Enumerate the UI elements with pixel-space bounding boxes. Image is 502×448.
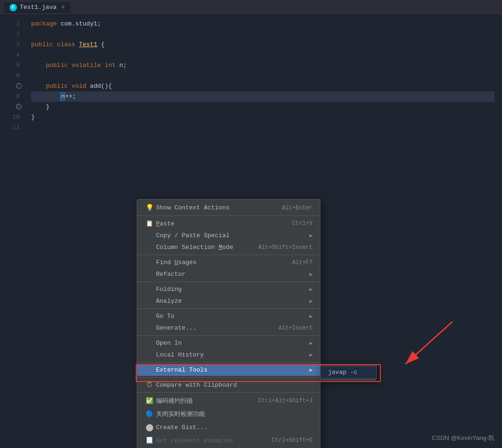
arrow-analyze: ▶ [309, 298, 313, 304]
separator-2 [137, 255, 320, 255]
code-line-4 [31, 50, 494, 60]
separator-3 [137, 282, 320, 282]
menu-item-analyze[interactable]: Analyze ▶ [137, 295, 320, 307]
paste-icon: 📋 [145, 220, 154, 227]
menu-label-get-examples: Get relevant examples [156, 437, 258, 444]
menu-shortcut-paste: Ctrl+V [292, 220, 313, 227]
arrow-folding: ▶ [309, 286, 313, 292]
menu-item-get-examples[interactable]: 📃 Get relevant examples Ctrl+Shift+O [137, 434, 320, 447]
menu-shortcut-code-scan: Ctrl+Alt+Shift+J [258, 398, 313, 404]
menu-shortcut-find-usages: Alt+F7 [292, 259, 313, 266]
context-menu: 💡 Show Context Actions Alt+Enter 📋 Paste… [137, 199, 321, 448]
menu-label-code-scan: 编码规约扫描 [156, 397, 244, 405]
code-line-11 [31, 123, 494, 133]
line-number-1: 1 [4, 19, 20, 29]
menu-item-paste[interactable]: 📋 Paste Ctrl+V [137, 217, 320, 230]
menu-label-column-selection: Column Selection Mode [156, 244, 244, 251]
tab-close-button[interactable]: × [61, 4, 65, 11]
line-numbers: 1 2 3 4 5 6 7 8 9 10 11 [0, 19, 24, 444]
menu-label-external-tools: External Tools [156, 366, 305, 373]
menu-label-create-gist: Create Gist... [156, 424, 313, 431]
arrow-external-tools: ▶ [309, 367, 313, 373]
menu-item-code-scan[interactable]: ✅ 编码规约扫描 Ctrl+Alt+Shift+J [137, 394, 320, 407]
line-number-3: 3 [4, 40, 20, 50]
separator-6 [137, 362, 320, 363]
title-bar: C Test1.java × [0, 0, 502, 15]
close-realtime-icon: 🔵 [145, 410, 154, 418]
code-line-1: package com.study1; [31, 19, 494, 29]
arrow-copy-paste: ▶ [309, 232, 313, 239]
menu-item-column-selection[interactable]: Column Selection Mode Alt+Shift+Insert [137, 241, 320, 253]
submenu-label-javap: javap -c [328, 369, 357, 376]
line-number-10: 10 [4, 112, 20, 123]
menu-shortcut-show-context-actions: Alt+Enter [282, 205, 313, 211]
arrow-open-in: ▶ [309, 340, 313, 346]
separator-5 [137, 335, 320, 336]
menu-item-go-to[interactable]: Go To ▶ [137, 310, 320, 322]
menu-item-folding[interactable]: Folding ▶ [137, 283, 320, 295]
menu-label-refactor: Refactor [156, 271, 305, 278]
separator-8 [137, 392, 320, 393]
code-scan-icon: ✅ [145, 397, 154, 405]
separator-7 [137, 377, 320, 378]
menu-label-compare-clipboard: Compare with Clipboard [156, 382, 313, 389]
code-line-8: n++; [31, 91, 494, 102]
menu-label-local-history: Local History [156, 351, 305, 358]
tab-icon: C [9, 4, 17, 11]
editor-area: 1 2 3 4 5 6 7 8 9 10 11 package com.stud… [0, 15, 502, 448]
menu-label-paste: Paste [156, 220, 278, 227]
line-number-11: 11 [4, 123, 20, 133]
breakpoint-9 [16, 104, 22, 109]
line-number-5: 5 [4, 60, 20, 71]
menu-item-compare-clipboard[interactable]: 🗒 Compare with Clipboard [137, 379, 320, 391]
menu-label-find-usages: Find Usages [156, 259, 278, 266]
line-number-9: 9 [4, 102, 20, 112]
code-line-5: public volatile int n; [31, 60, 494, 71]
watermark: CSDN @KevinYang-凯 [432, 434, 494, 442]
menu-item-open-in[interactable]: Open In ▶ [137, 337, 320, 349]
submenu-external-tools: javap -c [320, 364, 377, 381]
menu-item-close-realtime[interactable]: 🔵 关闭实时检测功能 [137, 407, 320, 421]
menu-item-generate[interactable]: Generate... Alt+Insert [137, 322, 320, 334]
arrow-local-history: ▶ [309, 352, 313, 358]
menu-item-external-tools[interactable]: External Tools ▶ javap -c [137, 364, 320, 376]
menu-item-find-usages[interactable]: Find Usages Alt+F7 [137, 257, 320, 268]
menu-item-create-gist[interactable]: ⬤ Create Gist... [137, 421, 320, 434]
editor-tab[interactable]: C Test1.java × [4, 2, 70, 13]
doc-icon: 📃 [145, 437, 154, 444]
menu-label-analyze: Analyze [156, 298, 305, 305]
menu-shortcut-column-selection: Alt+Shift+Insert [258, 244, 313, 251]
separator-1 [137, 216, 320, 216]
menu-shortcut-generate: Alt+Insert [279, 325, 313, 332]
menu-item-local-history[interactable]: Local History ▶ [137, 349, 320, 361]
separator-4 [137, 308, 320, 309]
menu-label-go-to: Go To [156, 313, 305, 320]
menu-shortcut-get-examples: Ctrl+Shift+O [272, 437, 313, 444]
menu-label-show-context-actions: Show Context Actions [156, 204, 268, 211]
arrow-go-to: ▶ [309, 313, 313, 319]
line-number-8: 8 [4, 91, 20, 102]
menu-label-copy-paste-special: Copy / Paste Special [156, 232, 305, 239]
breakpoint-7 [16, 83, 22, 89]
line-number-6: 6 [4, 71, 20, 81]
code-line-6 [31, 71, 494, 81]
code-line-2 [31, 29, 494, 40]
menu-label-close-realtime: 关闭实时检测功能 [156, 410, 313, 418]
compare-icon: 🗒 [145, 382, 154, 389]
line-number-2: 2 [4, 29, 20, 40]
line-number-4: 4 [4, 50, 20, 60]
menu-label-generate: Generate... [156, 324, 264, 332]
code-line-10: } [31, 112, 494, 123]
submenu-item-javap[interactable]: javap -c [321, 366, 376, 378]
code-line-7: public void add(){ [31, 81, 494, 91]
menu-item-copy-paste-special[interactable]: Copy / Paste Special ▶ [137, 230, 320, 241]
tab-label: Test1.java [20, 4, 57, 11]
line-number-7: 7 [4, 81, 20, 91]
bulb-icon: 💡 [145, 204, 154, 212]
menu-item-show-context-actions[interactable]: 💡 Show Context Actions Alt+Enter [137, 201, 320, 214]
menu-label-open-in: Open In [156, 340, 305, 347]
code-line-3: public class Test1 { [31, 40, 494, 50]
menu-item-refactor[interactable]: Refactor ▶ [137, 268, 320, 280]
arrow-refactor: ▶ [309, 271, 313, 277]
github-icon: ⬤ [145, 423, 154, 432]
